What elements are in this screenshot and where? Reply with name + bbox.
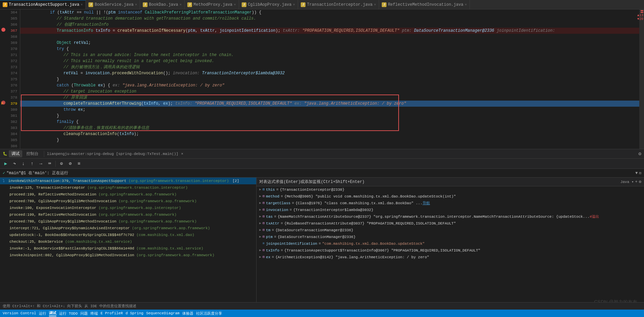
stack-frame-9[interactable]: checkout:25, BookService (com.mashibing.… bbox=[0, 238, 256, 245]
tab-label: BookDao.java bbox=[149, 2, 178, 7]
var-joinpointIdentification[interactable]: ▶ ≡ joinpointIdentification = "com.mashi… bbox=[257, 240, 644, 247]
filter-icon[interactable]: ▼ bbox=[635, 171, 638, 176]
stack-frame-3[interactable]: proceed:780, CglibAopProxy$CglibMethodIn… bbox=[0, 198, 256, 205]
step-into-btn[interactable]: ↓ bbox=[20, 160, 27, 167]
debug-toolbar: ▶ ↷ ↓ ↑ → ⌨ ⊙ ⊘ ≡ bbox=[0, 159, 644, 169]
stack-frame-1[interactable]: invoke:125, TransactionInterceptor (org.… bbox=[0, 184, 256, 191]
vars-lang[interactable]: Java ▾ bbox=[620, 180, 634, 184]
debug-item[interactable]: 调试 bbox=[49, 311, 56, 316]
expand-icon[interactable]: ▶ bbox=[259, 193, 261, 200]
debug-tab-console[interactable]: 控制台 bbox=[24, 150, 41, 157]
tab-MethodProxy[interactable]: J MethodProxy.java × bbox=[185, 0, 239, 9]
stack-frame-7[interactable]: intercept:721, CglibAopProxy$DynamicAdvi… bbox=[0, 225, 256, 232]
tab-close-btn[interactable]: × bbox=[293, 3, 295, 7]
tab-TransactionInterceptor[interactable]: J TransactionInterceptor.java × bbox=[298, 0, 379, 9]
code-line-375: } bbox=[20, 76, 639, 82]
tab-BookDao[interactable]: J BookDao.java × bbox=[140, 0, 185, 9]
stack-frame-4[interactable]: invoke:100, ExposeInvocationInterceptor … bbox=[0, 205, 256, 211]
vars-panel: 对表达式求值(Enter)或添加监视(Ctrl+Shift+Enter) Jav… bbox=[257, 178, 644, 308]
stack-frame-0[interactable]: ⤵ invokeWithinTransaction:379, Transacti… bbox=[0, 178, 256, 184]
tab-close-btn[interactable]: × bbox=[180, 3, 182, 7]
evaluate-btn[interactable]: ⌨ bbox=[46, 160, 53, 167]
java-file-icon: J bbox=[187, 2, 192, 7]
vars-add-btn[interactable]: + bbox=[635, 180, 638, 184]
resume-btn[interactable]: ▶ bbox=[2, 160, 9, 167]
java-file-icon: J bbox=[382, 2, 386, 7]
tab-label: TransactionAspectSupport.java bbox=[9, 2, 79, 7]
stack-frame-10[interactable]: invoke:-1, BookService$$FastClassBySprin… bbox=[0, 245, 256, 252]
navigate-link[interactable]: 导航 bbox=[423, 200, 430, 207]
debug-icon: 🐛 bbox=[3, 152, 7, 156]
version-control-item[interactable]: Version Control bbox=[3, 311, 36, 315]
settings-btn[interactable]: ≡ bbox=[75, 160, 83, 167]
sequence-item[interactable]: SequenceDiagram bbox=[146, 311, 180, 315]
expand-icon[interactable]: ▶ bbox=[259, 213, 261, 220]
tab-close-btn[interactable]: × bbox=[234, 3, 236, 7]
var-txAttr[interactable]: ▶ ⊞ txAttr = {RuleBasedTransactionAttrib… bbox=[257, 220, 644, 227]
expand-icon[interactable]: ▶ bbox=[259, 220, 261, 227]
expand-icon[interactable]: ▶ bbox=[259, 227, 261, 234]
spring-item[interactable]: d Spring bbox=[126, 311, 143, 315]
expand-icon[interactable]: ▶ bbox=[259, 200, 261, 207]
todo-item[interactable]: 运行 TODO bbox=[59, 311, 78, 316]
breakpoint-367[interactable] bbox=[1, 28, 5, 32]
var-ptm[interactable]: ▶ ⊞ ptm = {DataSourceTransactionManager@… bbox=[257, 234, 644, 240]
problems-item[interactable]: 问题 bbox=[80, 311, 88, 316]
code-editor[interactable]: if (txAttr == null || !(ptm instanceof C… bbox=[20, 9, 639, 149]
tab-close-btn[interactable]: × bbox=[81, 3, 83, 7]
var-tas[interactable]: ▶ ⊞ tas = {NameMatchTransactionAttribute… bbox=[257, 213, 644, 220]
terminal-item[interactable]: 终端 bbox=[90, 311, 98, 316]
mute-breakpoints-btn[interactable]: ⊘ bbox=[66, 160, 74, 167]
java-file-icon: J bbox=[301, 2, 305, 7]
expand-icon[interactable]: ▶ bbox=[259, 254, 261, 261]
settings-icon[interactable]: ⚙ bbox=[639, 151, 641, 157]
debug-status-text: "main"@1 在'main': 正在运行 bbox=[6, 170, 68, 176]
vars-settings-btn[interactable]: ⚙ bbox=[639, 179, 641, 184]
expand-icon[interactable]: ▶ bbox=[259, 234, 261, 240]
stack-panel: ⤵ invokeWithinTransaction:379, Transacti… bbox=[0, 178, 257, 308]
tab-close-btn[interactable]: × bbox=[465, 3, 467, 7]
tab-TransactionAspectSupport[interactable]: J TransactionAspectSupport.java × bbox=[0, 0, 86, 9]
var-this[interactable]: ▶ ⊞ this = {TransactionInterceptor@2330} bbox=[257, 186, 644, 193]
code-line-376: catch (Throwable ex) { ex: "java.lang.Ar… bbox=[20, 82, 639, 88]
var-txInfo[interactable]: ▶ ⊞ txInfo = {TransactionAspectSupport$T… bbox=[257, 247, 644, 254]
code-line-385: } bbox=[20, 137, 639, 143]
debug-tab-debug[interactable]: 调试 bbox=[9, 150, 22, 157]
profiler-item[interactable]: E ProfileR bbox=[101, 311, 123, 315]
var-invocation[interactable]: ▶ ⊞ invocation = {TransactionInterceptor… bbox=[257, 207, 644, 213]
stack-frame-11[interactable]: invokeJoinpoint:802, CglibAopProxy$Cglib… bbox=[0, 252, 256, 259]
filter-toggle[interactable]: ⊟ bbox=[639, 171, 641, 175]
breakpoint-379[interactable] bbox=[1, 101, 5, 105]
step-out-btn[interactable]: ↑ bbox=[28, 160, 36, 167]
step-over-btn[interactable]: ↷ bbox=[11, 160, 18, 167]
view-breakpoints-btn[interactable]: ⊙ bbox=[58, 160, 65, 167]
expand-icon[interactable]: ▶ bbox=[259, 207, 261, 213]
tab-CglibAopProxy[interactable]: J CglibAopProxy.java × bbox=[239, 0, 298, 9]
stack-frame-6[interactable]: proceed:780, CglibAopProxy$CglibMethodIn… bbox=[0, 218, 256, 225]
vars-content: ▶ ⊞ this = {TransactionInterceptor@2330}… bbox=[257, 186, 644, 308]
java-file-icon: J bbox=[88, 2, 93, 7]
session-close[interactable]: × bbox=[181, 152, 183, 156]
var-targetClass[interactable]: ▶ ⊞ targetClass = {Class@1976} "class co… bbox=[257, 200, 644, 207]
run-to-cursor-btn[interactable]: → bbox=[37, 160, 45, 167]
vars-header-text: 对表达式求值(Enter)或添加监视(Ctrl+Shift+Enter) bbox=[259, 179, 365, 185]
community-item[interactable]: 社区活跃度分享 bbox=[196, 311, 222, 316]
experience-item[interactable]: 体验器 bbox=[182, 311, 193, 316]
code-line-374: retVal = invocation.proceedWithInvocatio… bbox=[20, 70, 639, 76]
tab-BookService[interactable]: J BookService.java × bbox=[86, 0, 140, 9]
stack-frame-8[interactable]: updateStock:-1, BookDao$$EnhancerBySprin… bbox=[0, 232, 256, 238]
tab-close-btn[interactable]: × bbox=[374, 3, 376, 7]
expand-icon[interactable]: ▶ bbox=[259, 186, 261, 193]
var-type-icon: ⊞ bbox=[263, 207, 265, 213]
var-type-icon: ⊞ bbox=[263, 220, 265, 227]
var-method[interactable]: ▶ ⊞ method = {Method@3005} "public void … bbox=[257, 193, 644, 200]
var-ex[interactable]: ▶ ⊞ ex = {ArithmeticException@3142} "jav… bbox=[257, 254, 644, 261]
stack-frame-2[interactable]: proceed:199, ReflectiveMethodInvocation … bbox=[0, 191, 256, 198]
tab-ReflectiveMethodInvocation[interactable]: J ReflectiveMethodInvocation.java × bbox=[379, 0, 470, 9]
notification-bar: 使用 Ctrl+Alt+↑ 和 Ctrl+Alt+↓ 向下箭头 从 IDE 中的… bbox=[0, 302, 644, 310]
run-item[interactable]: 运行 bbox=[39, 311, 46, 316]
stack-frame-5[interactable]: proceed:199, ReflectiveMethodInvocation … bbox=[0, 211, 256, 218]
var-tm[interactable]: ▶ ⊞ tm = {DataSourceTransactionManager@2… bbox=[257, 227, 644, 234]
expand-icon[interactable]: ▶ bbox=[259, 247, 261, 254]
tab-close-btn[interactable]: × bbox=[135, 3, 137, 7]
